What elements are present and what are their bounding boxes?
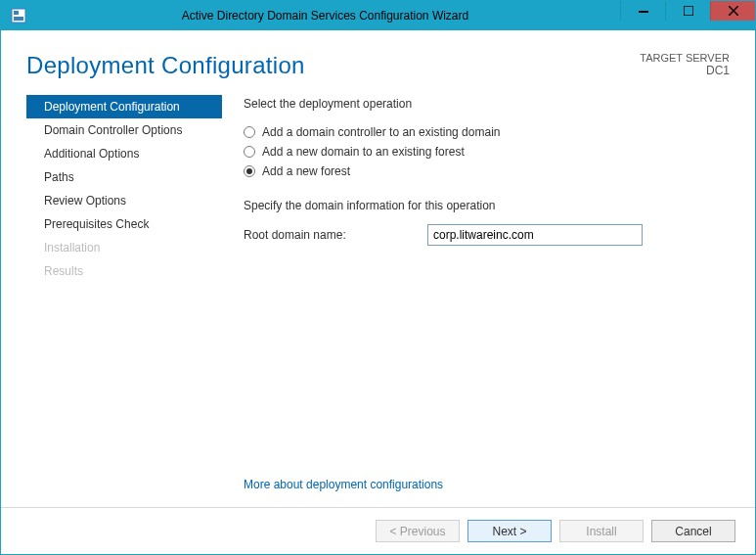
maximize-icon <box>684 6 693 16</box>
svg-rect-3 <box>639 11 648 13</box>
specify-domain-label: Specify the domain information for this … <box>244 199 724 212</box>
select-operation-label: Select the deployment operation <box>244 97 724 111</box>
nav-deployment-configuration[interactable]: Deployment Configuration <box>26 95 222 118</box>
nav-installation: Installation <box>26 236 222 259</box>
next-button[interactable]: Next > <box>467 520 552 542</box>
nav-label: Prerequisites Check <box>44 217 149 231</box>
svg-rect-2 <box>14 17 23 21</box>
window-title: Active Directory Domain Services Configu… <box>30 9 620 23</box>
more-about-link[interactable]: More about deployment configurations <box>244 478 443 491</box>
nav-label: Additional Options <box>44 147 139 161</box>
nav-domain-controller-options[interactable]: Domain Controller Options <box>26 118 222 142</box>
radio-icon <box>244 146 255 158</box>
wizard-buttons: < Previous Next > Install Cancel <box>1 507 755 554</box>
nav-label: Results <box>44 264 83 278</box>
more-link-row: More about deployment configurations <box>1 472 755 507</box>
radio-icon <box>244 165 255 177</box>
target-server-label: TARGET SERVER <box>640 52 730 64</box>
install-button: Install <box>559 520 644 542</box>
cancel-button[interactable]: Cancel <box>651 520 735 542</box>
window-controls <box>620 1 755 30</box>
wizard-window: Active Directory Domain Services Configu… <box>0 0 756 555</box>
titlebar[interactable]: Active Directory Domain Services Configu… <box>1 1 755 30</box>
target-server-name: DC1 <box>640 64 730 77</box>
svg-rect-4 <box>684 6 693 16</box>
nav-results: Results <box>26 259 222 283</box>
nav-label: Deployment Configuration <box>44 100 180 114</box>
radio-icon <box>244 126 255 138</box>
nav-additional-options[interactable]: Additional Options <box>26 142 222 165</box>
page-title: Deployment Configuration <box>26 52 305 79</box>
close-button[interactable] <box>710 1 755 21</box>
radio-label: Add a domain controller to an existing d… <box>262 125 500 139</box>
nav-review-options[interactable]: Review Options <box>26 189 222 212</box>
root-domain-label: Root domain name: <box>244 228 427 242</box>
nav-prerequisites-check[interactable]: Prerequisites Check <box>26 212 222 236</box>
previous-button: < Previous <box>376 520 460 542</box>
app-icon <box>7 4 30 27</box>
close-icon <box>729 6 738 16</box>
wizard-header: Deployment Configuration TARGET SERVER D… <box>1 30 755 89</box>
maximize-button[interactable] <box>665 1 710 21</box>
root-domain-row: Root domain name: <box>244 224 724 246</box>
radio-label: Add a new forest <box>262 164 350 178</box>
minimize-icon <box>639 6 648 16</box>
wizard-nav: Deployment Configuration Domain Controll… <box>26 89 222 472</box>
root-domain-input[interactable] <box>427 224 643 246</box>
radio-add-new-forest[interactable]: Add a new forest <box>244 162 724 181</box>
wizard-body: Deployment Configuration TARGET SERVER D… <box>1 30 755 554</box>
radio-add-domain-existing-forest[interactable]: Add a new domain to an existing forest <box>244 142 724 162</box>
svg-rect-1 <box>14 11 19 15</box>
wizard-main: Select the deployment operation Add a do… <box>222 89 730 472</box>
nav-label: Review Options <box>44 194 126 208</box>
nav-label: Installation <box>44 241 100 254</box>
radio-label: Add a new domain to an existing forest <box>262 145 465 159</box>
nav-label: Domain Controller Options <box>44 123 182 137</box>
nav-label: Paths <box>44 170 74 184</box>
wizard-content: Deployment Configuration Domain Controll… <box>1 89 755 472</box>
minimize-button[interactable] <box>620 1 665 21</box>
nav-paths[interactable]: Paths <box>26 165 222 189</box>
radio-add-dc-existing-domain[interactable]: Add a domain controller to an existing d… <box>244 122 724 142</box>
target-server-block: TARGET SERVER DC1 <box>640 52 730 77</box>
